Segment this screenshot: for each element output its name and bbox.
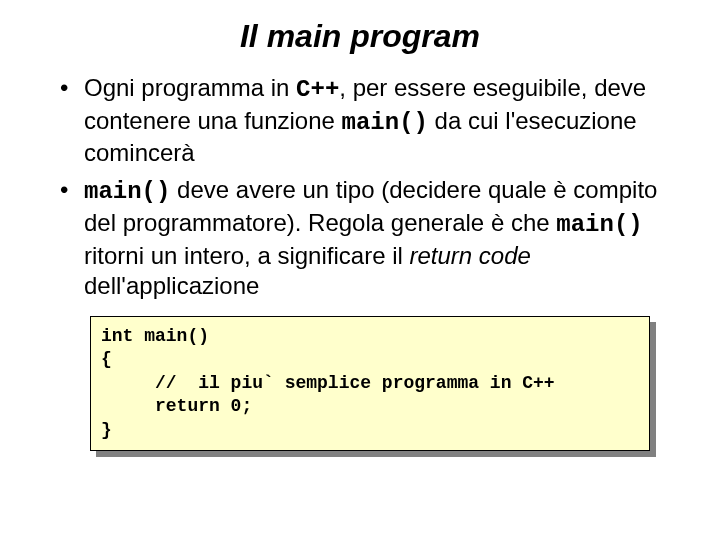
code-inline: main() (342, 109, 428, 136)
code-inline: main() (556, 211, 642, 238)
slide: Il main program Ogni programma in C++, p… (0, 0, 720, 540)
bullet-item: main() deve avere un tipo (decidere qual… (60, 175, 670, 302)
italic-text: return code (409, 242, 530, 269)
bullet-list: Ogni programma in C++, per essere esegui… (50, 73, 670, 302)
code-inline: C++ (296, 76, 339, 103)
bullet-item: Ogni programma in C++, per essere esegui… (60, 73, 670, 169)
text: dell'applicazione (84, 272, 259, 299)
code-block-container: int main() { // il piu` semplice program… (90, 316, 650, 451)
slide-title: Il main program (50, 18, 670, 55)
text: ritorni un intero, a significare il (84, 242, 409, 269)
code-inline: main() (84, 178, 170, 205)
text: Ogni programma in (84, 74, 296, 101)
code-block: int main() { // il piu` semplice program… (90, 316, 650, 451)
